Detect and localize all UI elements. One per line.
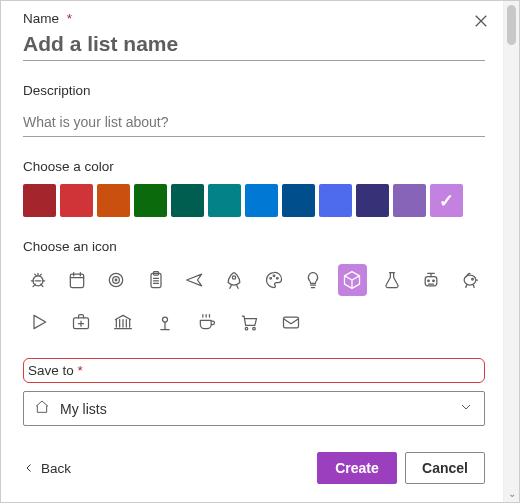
dialog: ⌄ Name * Description Choose a color Choo…: [0, 0, 520, 503]
svg-point-8: [269, 278, 271, 280]
color-swatch[interactable]: [171, 184, 204, 217]
cancel-button[interactable]: Cancel: [405, 452, 485, 484]
save-to-label: Save to *: [23, 358, 485, 383]
color-swatch[interactable]: [23, 184, 56, 217]
svg-rect-19: [284, 317, 299, 328]
color-swatch[interactable]: [245, 184, 278, 217]
svg-point-2: [110, 273, 123, 286]
color-swatch[interactable]: [319, 184, 352, 217]
choose-icon-label: Choose an icon: [23, 239, 485, 254]
footer: Back Create Cancel: [23, 432, 485, 484]
svg-point-4: [115, 279, 117, 281]
mail-icon[interactable]: [275, 306, 307, 338]
first-aid-icon[interactable]: [65, 306, 97, 338]
svg-point-10: [276, 278, 278, 280]
chevron-down-icon: [458, 399, 474, 418]
location-icon[interactable]: [149, 306, 181, 338]
scroll-arrow-down-icon[interactable]: ⌄: [504, 488, 519, 500]
back-button[interactable]: Back: [23, 461, 71, 476]
lightbulb-icon[interactable]: [298, 264, 327, 296]
color-swatch[interactable]: [134, 184, 167, 217]
flask-icon[interactable]: [377, 264, 406, 296]
clipboard-icon[interactable]: [141, 264, 170, 296]
description-input[interactable]: [23, 108, 485, 137]
home-icon: [34, 399, 50, 418]
svg-point-3: [113, 277, 120, 284]
target-icon[interactable]: [102, 264, 131, 296]
create-button[interactable]: Create: [317, 452, 397, 484]
description-label: Description: [23, 83, 485, 98]
color-swatch[interactable]: [60, 184, 93, 217]
svg-point-12: [428, 280, 430, 282]
piggy-bank-icon[interactable]: [456, 264, 485, 296]
choose-color-label: Choose a color: [23, 159, 485, 174]
svg-point-18: [253, 327, 256, 330]
bug-icon[interactable]: [23, 264, 52, 296]
save-to-value: My lists: [60, 401, 107, 417]
name-input[interactable]: [23, 30, 485, 61]
rocket-icon[interactable]: [220, 264, 249, 296]
scrollbar[interactable]: ⌄: [503, 1, 519, 502]
icon-grid: [23, 264, 485, 338]
name-label: Name *: [23, 11, 485, 26]
close-button[interactable]: [469, 9, 493, 33]
bank-icon[interactable]: [107, 306, 139, 338]
color-swatch[interactable]: [393, 184, 426, 217]
svg-point-14: [472, 278, 474, 280]
svg-rect-1: [70, 274, 83, 287]
robot-icon[interactable]: [416, 264, 445, 296]
color-swatch[interactable]: [282, 184, 315, 217]
palette-icon[interactable]: [259, 264, 288, 296]
color-swatch[interactable]: [97, 184, 130, 217]
color-swatch[interactable]: [356, 184, 389, 217]
svg-point-13: [433, 280, 435, 282]
svg-point-7: [233, 276, 236, 279]
play-icon[interactable]: [23, 306, 55, 338]
color-swatch[interactable]: [208, 184, 241, 217]
save-to-dropdown[interactable]: My lists: [23, 391, 485, 426]
cart-icon[interactable]: [233, 306, 265, 338]
svg-point-16: [163, 317, 168, 322]
color-swatch[interactable]: [430, 184, 463, 217]
coffee-icon[interactable]: [191, 306, 223, 338]
color-swatches: [23, 184, 485, 217]
svg-point-17: [245, 327, 248, 330]
svg-point-9: [273, 275, 275, 277]
cube-icon[interactable]: [338, 264, 367, 296]
airplane-icon[interactable]: [180, 264, 209, 296]
calendar-icon[interactable]: [62, 264, 91, 296]
